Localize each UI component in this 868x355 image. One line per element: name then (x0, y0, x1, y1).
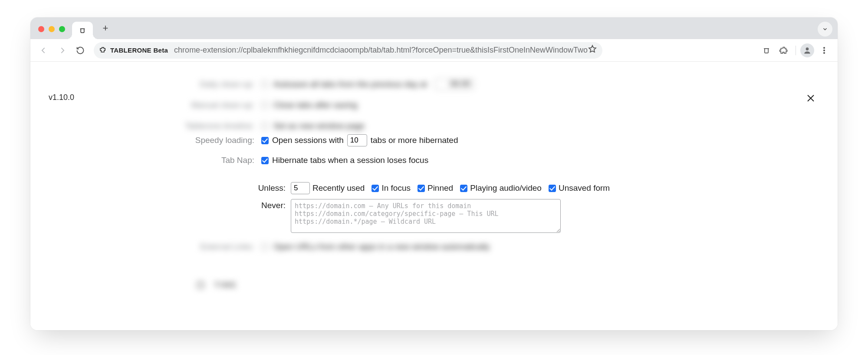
pinned-label: Pinned (427, 183, 453, 193)
tab-nap-checkbox[interactable] (261, 157, 269, 164)
speedy-loading-label: Speedy loading: (30, 136, 261, 145)
toolbar-separator (796, 46, 796, 55)
tab-list-button[interactable] (818, 22, 832, 36)
unsaved-form-label: Unsaved form (559, 183, 610, 193)
recently-used-label: Recently used (312, 183, 365, 193)
in-focus-label: In focus (381, 183, 411, 193)
chevron-down-icon (822, 26, 828, 32)
browser-window: + TABLERONE Beta chrome-extension://cplb… (30, 17, 838, 330)
speedy-threshold-input[interactable] (347, 134, 367, 146)
svg-point-4 (197, 281, 204, 289)
close-icon (806, 93, 816, 103)
tablerone-icon (762, 46, 771, 55)
page-viewport: Daily clean-up: Autosave all tabs from t… (30, 62, 838, 330)
extension-badge-text: TABLERONE Beta (110, 46, 168, 54)
tab-strip: + (30, 17, 838, 39)
unless-label: Unless: (30, 183, 291, 193)
speedy-pre-text: Open sessions with (272, 136, 344, 145)
close-button[interactable] (803, 90, 819, 106)
kebab-icon (820, 46, 829, 55)
svg-point-1 (823, 47, 825, 48)
audio-checkbox[interactable] (460, 185, 467, 192)
arrow-left-icon (39, 46, 48, 55)
window-maximize-button[interactable] (59, 26, 65, 32)
svg-point-0 (806, 47, 809, 50)
window-close-button[interactable] (38, 26, 44, 32)
tablerone-icon (79, 27, 86, 34)
extension-badge[interactable]: TABLERONE Beta (99, 46, 168, 54)
navbar: TABLERONE Beta chrome-extension://cplbal… (30, 39, 838, 62)
extension-icon (99, 46, 107, 54)
recently-used-input[interactable] (291, 182, 310, 194)
nav-back-button[interactable] (36, 43, 51, 58)
never-label: Never: (30, 199, 291, 210)
speedy-loading-checkbox[interactable] (261, 137, 269, 144)
window-controls (38, 26, 65, 32)
svg-point-3 (823, 52, 825, 53)
nav-forward-button[interactable] (55, 43, 69, 58)
bookmark-button[interactable] (588, 44, 597, 56)
unless-row: Unless: Recently used In focus Pinned Pl… (30, 178, 838, 198)
nav-reload-button[interactable] (73, 43, 88, 58)
window-minimize-button[interactable] (49, 26, 55, 32)
version-label: v1.10.0 (49, 93, 74, 102)
tab-nap-row: Tab Nap: Hibernate tabs when a session l… (30, 150, 838, 170)
new-tab-button[interactable]: + (99, 22, 112, 35)
svg-point-2 (823, 50, 825, 51)
tab-nap-label: Tab Nap: (30, 156, 261, 165)
url-text: chrome-extension://cplbalekmfhkhiegcnifd… (174, 46, 588, 55)
reload-icon (76, 46, 85, 55)
browser-menu-button[interactable] (817, 43, 832, 58)
address-bar[interactable]: TABLERONE Beta chrome-extension://cplbal… (94, 42, 602, 59)
audio-label: Playing audio/video (470, 183, 542, 193)
arrow-right-icon (58, 46, 66, 55)
pinned-checkbox[interactable] (418, 185, 425, 192)
person-icon (803, 46, 812, 55)
never-row: Never: (30, 199, 838, 233)
extensions-button[interactable] (776, 43, 791, 58)
settings-panel: Speedy loading: Open sessions with tabs … (30, 130, 838, 233)
star-icon (588, 44, 597, 54)
in-focus-checkbox[interactable] (372, 185, 379, 192)
puzzle-icon (779, 46, 788, 55)
speedy-loading-row: Speedy loading: Open sessions with tabs … (30, 130, 838, 150)
tab-nap-text: Hibernate tabs when a session loses focu… (272, 156, 428, 165)
profile-button[interactable] (800, 43, 814, 57)
never-textarea[interactable] (291, 199, 561, 233)
unsaved-form-checkbox[interactable] (549, 185, 556, 192)
speedy-post-text: tabs or more hibernated (371, 136, 458, 145)
active-tab[interactable] (72, 22, 93, 39)
tablerone-ext-button[interactable] (759, 43, 774, 58)
